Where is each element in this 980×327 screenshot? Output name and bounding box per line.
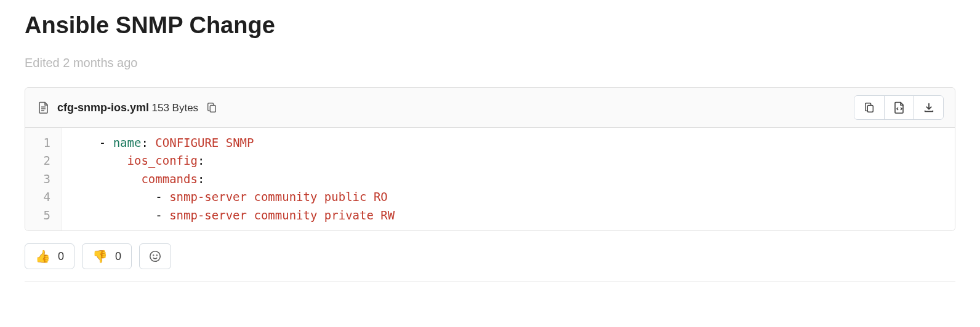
thumbs-up-icon: 👍: [35, 249, 50, 264]
thumbs-down-count: 0: [115, 250, 121, 263]
footer-divider: [25, 282, 955, 282]
line-number[interactable]: 5: [36, 207, 53, 224]
code-area: 12345 - name: CONFIGURE SNMP ios_config:…: [25, 128, 955, 230]
file-name-text: cfg-snmp-ios.yml: [57, 101, 149, 114]
file-header: cfg-snmp-ios.yml 153 Bytes: [25, 88, 955, 128]
file-icon: [36, 100, 51, 115]
file-name[interactable]: cfg-snmp-ios.yml 153 Bytes: [57, 101, 198, 114]
svg-point-5: [150, 251, 161, 262]
page-title: Ansible SNMP Change: [25, 12, 955, 39]
copy-path-icon[interactable]: [204, 100, 219, 115]
file-header-actions: [854, 95, 944, 120]
copy-contents-button[interactable]: [854, 96, 884, 119]
code-line: ios_config:: [71, 152, 946, 170]
file-block: cfg-snmp-ios.yml 153 Bytes: [25, 87, 955, 231]
svg-rect-4: [867, 105, 873, 112]
thumbs-up-button[interactable]: 👍 0: [25, 243, 74, 269]
code-line: - snmp-server community public RO: [71, 188, 946, 206]
code-line: - name: CONFIGURE SNMP: [71, 134, 946, 152]
view-raw-button[interactable]: [884, 96, 914, 119]
copy-icon: [864, 102, 875, 113]
thumbs-down-button[interactable]: 👎 0: [82, 243, 132, 269]
svg-point-7: [156, 255, 157, 256]
reactions-bar: 👍 0 👎 0: [25, 243, 955, 269]
code-line: commands:: [71, 170, 946, 188]
code-content[interactable]: - name: CONFIGURE SNMP ios_config: comma…: [62, 128, 955, 230]
file-size: 153 Bytes: [151, 102, 198, 114]
line-number[interactable]: 3: [36, 170, 53, 188]
smile-icon: [148, 250, 162, 263]
line-number[interactable]: 4: [36, 188, 53, 206]
svg-point-6: [153, 255, 154, 256]
code-file-icon: [894, 101, 905, 114]
line-number-gutter: 12345: [25, 128, 62, 230]
line-number[interactable]: 1: [36, 134, 53, 152]
svg-rect-3: [210, 105, 215, 112]
download-icon: [923, 102, 934, 113]
thumbs-down-icon: 👎: [92, 249, 108, 264]
thumbs-up-count: 0: [58, 250, 64, 263]
edited-timestamp: Edited 2 months ago: [25, 56, 955, 70]
add-reaction-button[interactable]: [139, 243, 171, 269]
download-button[interactable]: [914, 96, 943, 119]
file-action-group: [854, 95, 944, 120]
line-number[interactable]: 2: [36, 152, 53, 170]
code-line: - snmp-server community private RW: [71, 207, 946, 224]
file-header-left: cfg-snmp-ios.yml 153 Bytes: [36, 100, 219, 115]
